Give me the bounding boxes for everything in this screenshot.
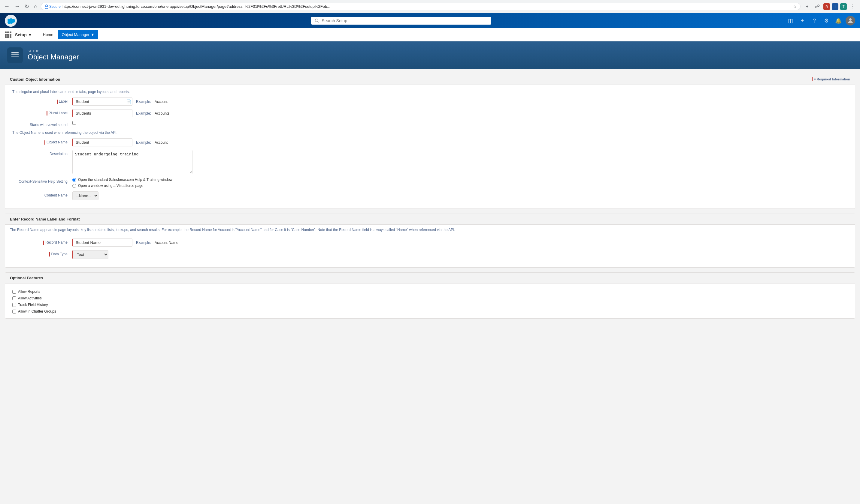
description-field: Student undergoing training — [72, 150, 192, 174]
vowel-field — [72, 121, 76, 125]
panel-icon[interactable]: ◫ — [786, 16, 795, 26]
context-help-radio1[interactable] — [72, 178, 76, 182]
data-type-label: Data Type — [12, 250, 72, 256]
avatar[interactable] — [846, 16, 855, 26]
record-name-title: Enter Record Name Label and Format — [10, 217, 80, 221]
star-icon[interactable]: ☆ — [793, 4, 797, 9]
nav-object-manager-chevron: ▼ — [91, 32, 95, 37]
feature-allow-chatter-label: Allow in Chatter Groups — [18, 309, 56, 313]
optional-features-body: Allow Reports Allow Activities Track Fie… — [5, 283, 855, 318]
feature-allow-chatter-checkbox[interactable] — [12, 310, 16, 313]
feature-allow-reports[interactable]: Allow Reports — [12, 290, 848, 294]
vowel-row: Starts with vowel sound — [12, 121, 848, 127]
label-input-wrapper: 📄 — [72, 98, 132, 106]
plural-label-row: Plural Label Example: Accounts — [12, 109, 848, 117]
object-name-row: Object Name Example: Account — [12, 138, 848, 146]
feature-allow-chatter[interactable]: Allow in Chatter Groups — [12, 309, 848, 313]
label-lookup-icon[interactable]: 📄 — [126, 99, 131, 104]
feature-allow-reports-label: Allow Reports — [18, 290, 40, 294]
header-actions: ◫ + ? ⚙ 🔔 — [786, 16, 855, 26]
reload-button[interactable]: ↻ — [24, 2, 30, 11]
nav-app-name[interactable]: Setup ▼ — [13, 30, 34, 40]
bell-icon[interactable]: 🔔 — [834, 16, 843, 26]
optional-features-title: Optional Features — [10, 276, 43, 280]
ext-red: R — [823, 3, 830, 10]
feature-track-field-history-checkbox[interactable] — [12, 303, 16, 307]
feature-allow-reports-checkbox[interactable] — [12, 290, 16, 294]
record-name-field: Example: Account Name — [72, 238, 178, 247]
context-help-radio2[interactable] — [72, 184, 76, 188]
record-name-field-label: Record Name — [12, 238, 72, 245]
svg-line-3 — [318, 21, 319, 23]
description-textarea[interactable]: Student undergoing training — [72, 150, 192, 174]
plural-label-field-label: Plural Label — [12, 109, 72, 116]
new-tab-button[interactable]: + — [803, 2, 811, 11]
content-area: Custom Object Information = Required Inf… — [0, 69, 860, 328]
object-name-field: Example: Account — [72, 138, 168, 146]
context-help-option1[interactable]: Open the standard Salesforce.com Help & … — [72, 178, 172, 182]
content-name-select[interactable]: --None-- — [72, 191, 99, 200]
help-icon[interactable]: ? — [809, 16, 819, 26]
custom-object-title: Custom Object Information — [10, 77, 60, 81]
svg-rect-5 — [11, 52, 19, 54]
grid-icon[interactable] — [5, 31, 11, 38]
label-example-val: Account — [155, 100, 168, 104]
feature-allow-activities[interactable]: Allow Activities — [12, 296, 848, 300]
page-header-text: SETUP Object Manager — [28, 49, 79, 61]
object-name-label: Object Name — [12, 138, 72, 145]
forward-button[interactable]: → — [13, 2, 21, 11]
data-type-field: Text Auto Number — [72, 250, 109, 259]
obj-example-label: Example: — [136, 140, 151, 145]
add-icon[interactable]: + — [798, 16, 807, 26]
setup-label: SETUP — [28, 49, 79, 53]
ext-teal: T — [840, 3, 847, 10]
svg-rect-7 — [11, 56, 19, 57]
nav-home[interactable]: Home — [39, 30, 57, 39]
feature-track-field-history[interactable]: Track Field History — [12, 303, 848, 307]
plural-example-val: Accounts — [155, 111, 169, 116]
context-help-option2[interactable]: Open a window using a Visualforce page — [72, 183, 172, 188]
page-header: SETUP Object Manager — [0, 41, 860, 69]
browser-actions: + ☍ R i T ⋮ — [803, 2, 857, 11]
plural-label-input[interactable] — [72, 109, 132, 117]
required-info: = Required Information — [812, 77, 850, 81]
data-type-row: Data Type Text Auto Number — [12, 250, 848, 259]
nav-object-manager[interactable]: Object Manager ▼ — [58, 30, 98, 39]
vowel-checkbox[interactable] — [72, 121, 76, 125]
svg-rect-0 — [45, 6, 48, 9]
secure-label: Secure — [49, 4, 61, 9]
label-input[interactable] — [72, 98, 132, 106]
required-text: = Required Information — [814, 77, 850, 81]
search-setup-input[interactable] — [321, 18, 488, 23]
extensions-button[interactable]: ☍ — [813, 2, 821, 11]
custom-object-header: Custom Object Information = Required Inf… — [5, 74, 855, 85]
back-button[interactable]: ← — [3, 2, 11, 11]
data-type-select[interactable]: Text Auto Number — [72, 250, 109, 259]
more-button[interactable]: ⋮ — [849, 2, 857, 11]
browser-bar: ← → ↻ ⌂ Secure https://connect-java-2931… — [0, 0, 860, 13]
object-name-input[interactable] — [72, 138, 132, 146]
home-button[interactable]: ⌂ — [33, 2, 39, 11]
nav-setup-label: Setup — [15, 32, 27, 37]
content-name-row: Content Name --None-- — [12, 191, 848, 200]
settings-icon[interactable]: ⚙ — [821, 16, 831, 26]
nav-bar: Setup ▼ Home Object Manager ▼ — [0, 28, 860, 41]
context-help-row: Context-Sensitive Help Setting Open the … — [12, 178, 848, 188]
feature-track-field-history-label: Track Field History — [18, 303, 48, 307]
label-example-label: Example: — [136, 100, 151, 104]
record-name-body: Record Name Example: Account Name Data T… — [5, 234, 855, 267]
ext-blue: i — [832, 3, 838, 10]
salesforce-logo — [5, 15, 17, 27]
obj-example-val: Account — [155, 140, 168, 145]
record-name-input[interactable] — [72, 238, 132, 247]
svg-point-4 — [849, 18, 851, 21]
custom-object-intro: The singular and plural labels are used … — [12, 90, 848, 94]
label-field-label: Label — [12, 98, 72, 104]
address-bar: Secure https://connect-java-2931-dev-ed.… — [41, 3, 801, 10]
description-label: Description — [12, 150, 72, 156]
custom-object-body: The singular and plural labels are used … — [5, 85, 855, 208]
content-name-field: --None-- — [72, 191, 99, 200]
feature-allow-activities-checkbox[interactable] — [12, 296, 16, 300]
record-name-example-val: Account Name — [155, 241, 178, 245]
optional-features-list: Allow Reports Allow Activities Track Fie… — [12, 288, 848, 313]
